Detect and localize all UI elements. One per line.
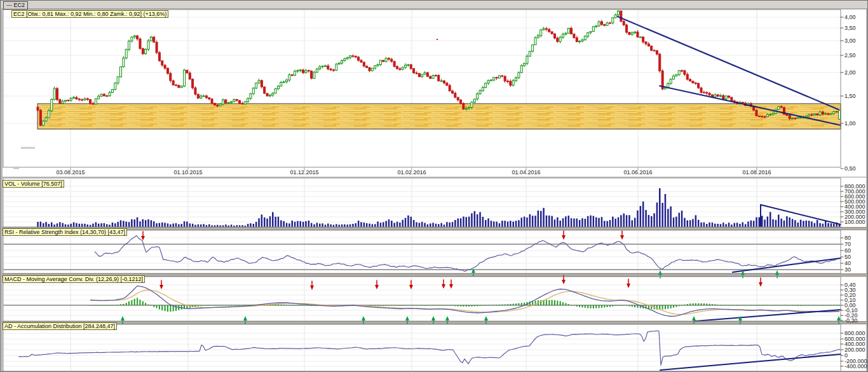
svg-text:3,00: 3,00 <box>844 38 856 44</box>
svg-text:03.08.2015: 03.08.2015 <box>56 169 85 176</box>
rsi-panel-header[interactable]: RSI - Relative Strength Index (14,30,70)… <box>3 228 127 236</box>
volume-panel-header[interactable]: VOL - Volume [76.507] <box>3 180 64 188</box>
svg-text:1,50: 1,50 <box>844 93 856 99</box>
svg-text:50: 50 <box>844 254 851 260</box>
watermark-artifact <box>21 147 35 149</box>
svg-text:-0,30: -0,30 <box>844 317 858 324</box>
svg-text:4,00: 4,00 <box>844 14 856 20</box>
chart-tab[interactable]: — EC2 <box>3 1 28 10</box>
svg-text:01.02.2016: 01.02.2016 <box>397 169 426 176</box>
svg-text:40: 40 <box>844 260 851 266</box>
chart-background <box>2 9 867 371</box>
svg-text:01.08.2016: 01.08.2016 <box>742 169 771 176</box>
stray-mark <box>437 39 438 40</box>
svg-text:01.12.2015: 01.12.2015 <box>290 169 318 176</box>
svg-text:100.000: 100.000 <box>844 219 865 225</box>
chart-window: — EC2 4,003,503,002,502,001,501,000,5080… <box>0 0 868 372</box>
svg-text:30: 30 <box>844 266 851 273</box>
svg-text:1,00: 1,00 <box>844 120 856 127</box>
svg-text:-400.000: -400.000 <box>844 363 867 369</box>
svg-text:01.10.2015: 01.10.2015 <box>173 169 202 176</box>
macd-panel-header[interactable]: MACD - Moving Average Conv. Div. (12,26,… <box>3 275 145 283</box>
svg-text:80: 80 <box>844 235 851 241</box>
svg-text:01.04.2016: 01.04.2016 <box>512 169 540 176</box>
svg-text:2,00: 2,00 <box>844 69 856 76</box>
price-panel-header[interactable]: EC2 [Otw.: 0,81 Max.: 0,92 Min.: 0,80 Za… <box>11 10 168 18</box>
svg-text:2,50: 2,50 <box>844 52 856 59</box>
svg-text:3,50: 3,50 <box>844 25 856 31</box>
chart-canvas[interactable]: 4,003,503,002,502,001,501,000,50800.0007… <box>1 1 868 372</box>
svg-text:0,50: 0,50 <box>844 165 856 172</box>
svg-text:60: 60 <box>844 247 851 254</box>
svg-text:01.06.2016: 01.06.2016 <box>623 169 652 176</box>
watermark-artifact <box>13 168 19 169</box>
svg-text:70: 70 <box>844 241 851 247</box>
ad-panel-header[interactable]: AD - Accumulation Distribution [284.248,… <box>3 322 117 330</box>
